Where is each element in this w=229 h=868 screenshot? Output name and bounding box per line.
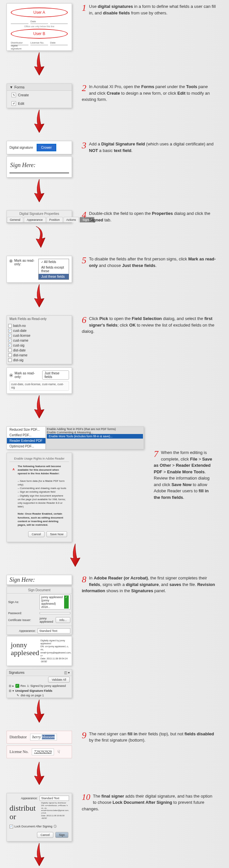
field-checkbox-dist-sig[interactable]: dist-sig [8,358,70,363]
field-checkbox-dist-date[interactable]: dist-date [8,348,70,353]
sign-here-shot: Sign Here: [6,156,72,178]
step-number-1: 1 [82,3,86,12]
red-arrow-icon [29,108,49,134]
adobe-logo-icon [12,464,15,474]
step1-screenshot: User A Date Office use only below this l… [6,3,72,51]
create-icon: ✎ [11,93,16,97]
radio-icon[interactable] [9,374,13,377]
sign-document-dialog: Sign Document Sign As:jonny appleseed (j… [6,587,72,635]
user-b-oval: User B [11,29,68,39]
save-now-button[interactable]: Save Now [46,531,67,537]
step-1-text: Use digital signatures in a form to defi… [82,3,216,16]
sign-here-field: Sign Here: [6,575,72,585]
field-checkbox-cust-license[interactable]: cust-license [8,333,70,338]
signature-preview: jonny appleseed Digitally signed by jonn… [6,636,72,666]
sign-button[interactable]: Sign [55,832,68,838]
step-7-text: When the form editing is complete, click… [154,450,216,500]
step-10-text: The final signer adds their digital sign… [82,793,216,812]
password-input[interactable] [40,612,70,614]
mark-readonly-radio[interactable] [9,259,12,263]
cursor-hand-icon: ☟ [57,749,60,755]
enable-more-tools-menu[interactable]: Enable More Tools (includes form fill-in… [47,434,143,439]
red-arrow-icon [29,841,49,868]
final-sign-dialog: Appearance:Standard Text distribut or Di… [6,793,72,841]
step-number-7: 7 [154,450,158,459]
field-checkbox-cust-name[interactable]: cust-name [8,338,70,343]
cancel-button[interactable]: Cancel [37,832,53,838]
create-button[interactable]: ✎Create [7,91,72,99]
step-8-text: In Adobe Reader (or Acrobat), the first … [82,575,216,594]
info-button[interactable]: Info... [56,617,70,623]
distributor-input[interactable]: berry blossom [30,734,57,741]
red-arrow-icon [29,223,49,249]
sig-valid-icon: ✓ [15,684,19,688]
red-arrow-icon [29,698,49,724]
step-number-2: 2 [82,84,86,93]
red-arrow-icon [29,394,49,420]
step-number-4: 4 [82,210,86,219]
tab-position[interactable]: Position [46,217,63,222]
distributor-fields: Distributorberry blossom License No.7292… [6,731,72,758]
edit-icon: ✐ [11,101,16,106]
red-arrow-icon [29,760,49,786]
field-selection-dialog: Mark Fields as Read-only batch-nocust-da… [6,315,72,364]
reader-extended-menu[interactable]: Reader Extended PDF [7,438,45,443]
digital-signature-field-shot: Digital signature Crower [6,141,72,154]
user-a-oval: User A [11,7,68,18]
step-number-9: 9 [82,731,86,740]
edit-button[interactable]: ✐Edit [7,99,72,108]
step-3-text: Add a Digital Signature field (which use… [82,141,216,154]
forms-panel-header[interactable]: ▼Forms [7,84,72,91]
field-checkbox-cust-sig[interactable]: cust-sig [8,343,70,348]
step-number-5: 5 [82,256,86,265]
validate-all-button[interactable]: Validate All [48,677,70,683]
file-menu: Reduced Size PDF... Certified PDF... Rea… [6,427,144,450]
tab-appearance[interactable]: Appearance [24,217,46,222]
field-checkbox-cust-date[interactable]: cust-date [8,328,70,333]
step-9-text: The next signer can fill in their fields… [82,731,216,744]
properties-dialog: Digital Signature Properties General App… [6,210,72,223]
red-arrow-icon [65,542,85,568]
step-4-text: Double-click the field to open the Prope… [82,210,216,223]
info-icon: ⓘ [54,825,57,829]
readonly-dropdown[interactable]: ✓ All fields All fields except these Jus… [38,259,69,280]
step-number-10: 10 [82,793,90,802]
usage-rights-dialog: Enable Usage Rights in Adobe Reader The … [6,453,72,542]
license-field: 729292929 [32,748,54,755]
step-5-text: To disable the fields after the first pe… [82,256,216,269]
step-number-6: 6 [82,315,86,324]
sign-as-select[interactable]: jonny appleseed (jonny appleseed) 2018..… [40,594,70,610]
appearance-select[interactable]: Standard Text [40,796,69,801]
field-checkbox-dist-name[interactable]: dist-name [8,353,70,358]
tab-general[interactable]: General [7,217,23,222]
forms-panel: ▼Forms ✎Create ✐Edit [6,84,72,108]
step-number-3: 3 [82,141,86,150]
red-arrow-icon [29,178,49,204]
signature-field[interactable]: Crower [37,144,56,151]
lock-document-checkbox[interactable] [9,825,13,828]
appearance-select[interactable]: Standard Text [38,628,70,633]
field-checkbox-batch-no[interactable]: batch-no [8,323,70,328]
red-arrow-icon [29,51,49,77]
signatures-panel: Signatures◫ ▾ Validate All ⊟ ▸ ✓ Rev. 1:… [6,669,72,698]
step-2-text: In Acrobat XI Pro, open the Forms panel … [82,84,216,103]
red-arrow-icon [29,283,49,309]
cancel-button[interactable]: Cancel [28,531,44,537]
mark-readonly-shot: Mark as read-only: ✓ All fields All fiel… [6,256,72,283]
readonly-result: Mark as read-only: Just these fields cus… [6,368,72,394]
step-6-text: Click Pick to open the Field Selection d… [82,315,216,335]
step-number-8: 8 [82,575,86,584]
